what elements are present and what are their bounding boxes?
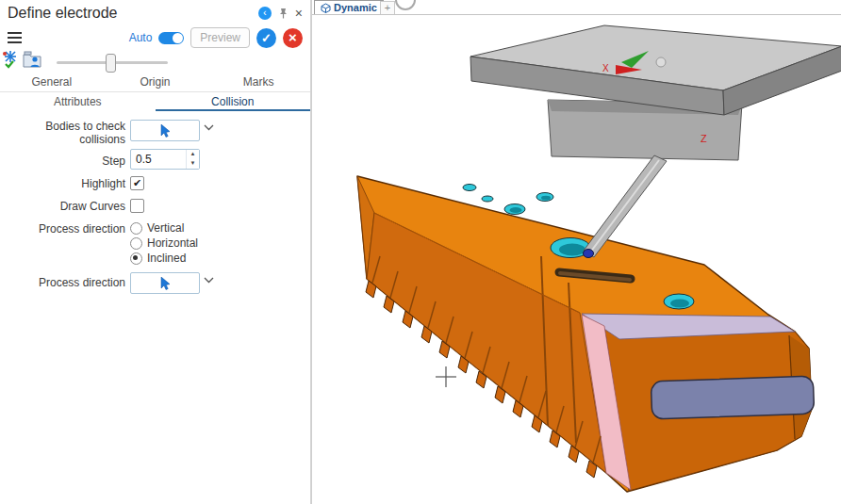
size-slider-thumb[interactable]: [106, 54, 116, 73]
radio-inclined-label: Inclined: [147, 252, 186, 265]
cancel-button[interactable]: ×: [283, 28, 303, 48]
tab-collision[interactable]: Collision: [156, 92, 311, 111]
panel-quickbar: [2, 47, 303, 73]
panel-title: Define electrode: [8, 5, 118, 22]
auto-toggle[interactable]: [158, 32, 184, 44]
tab-origin[interactable]: Origin: [104, 75, 207, 91]
preview-button[interactable]: Preview: [190, 27, 250, 48]
step-spinner: ▲ ▼: [186, 150, 199, 169]
bodies-pick-button[interactable]: [130, 120, 200, 141]
viewport-tabbar: Dynamic +: [312, 0, 841, 15]
tab-group-sub: Attributes Collision: [0, 92, 310, 111]
holder-plate[interactable]: [470, 25, 841, 115]
tab-dynamic-label: Dynamic: [334, 2, 377, 13]
radio-vertical-circle[interactable]: [130, 222, 142, 235]
viewport-3d[interactable]: X Z: [311, 0, 841, 504]
electrode-wizard-icon[interactable]: [2, 50, 21, 69]
ok-button[interactable]: ✓: [256, 28, 276, 48]
cube-icon: [321, 3, 331, 13]
define-electrode-panel: Define electrode ‹ × Auto Preview ✓ ×: [0, 0, 311, 504]
process-expand-chevron-icon[interactable]: [204, 277, 214, 284]
radio-vertical[interactable]: Vertical: [130, 221, 184, 235]
bodies-expand-chevron-icon[interactable]: [204, 124, 214, 131]
panel-toolbar: Auto Preview ✓ ×: [6, 26, 303, 49]
draw-curves-label: Draw Curves: [0, 200, 125, 213]
auto-label: Auto: [129, 31, 153, 44]
select-arrow-icon: [159, 277, 171, 290]
process-direction-pick-button[interactable]: [130, 272, 200, 294]
panel-header: Define electrode ‹ ×: [0, 0, 310, 24]
electrode-rod[interactable]: [584, 155, 668, 258]
crosshair-cursor: [436, 366, 456, 387]
clipped-circle-icon: [395, 0, 416, 10]
tab-dynamic[interactable]: Dynamic: [314, 0, 384, 14]
radio-horizontal[interactable]: Horizontal: [130, 236, 198, 250]
tab-marks[interactable]: Marks: [206, 75, 310, 91]
axis-z-label: Z: [701, 133, 707, 144]
highlight-checkbox[interactable]: ✔: [130, 176, 144, 190]
electrode-library-icon[interactable]: [23, 50, 41, 69]
axis-origin-ball: [656, 57, 666, 67]
process-direction-pick-label: Process direction: [0, 276, 125, 289]
radio-inclined-circle[interactable]: [130, 252, 142, 265]
close-panel-icon[interactable]: ×: [295, 7, 303, 20]
process-direction-label: Process direction: [0, 222, 125, 236]
rod-tip: [584, 250, 594, 258]
bodies-to-check-label: Bodies to check collisions: [0, 120, 125, 146]
highlight-label: Highlight: [0, 177, 125, 190]
new-viewport-tab-button[interactable]: +: [380, 1, 395, 14]
tab-general[interactable]: General: [0, 75, 104, 91]
end-slot: [651, 376, 814, 419]
tab-attributes[interactable]: Attributes: [0, 92, 156, 111]
radio-horizontal-label: Horizontal: [147, 236, 198, 250]
radio-vertical-label: Vertical: [147, 221, 184, 235]
step-label: Step: [0, 154, 125, 168]
axis-x-label: X: [602, 63, 609, 73]
radio-inclined[interactable]: Inclined: [130, 252, 186, 265]
step-spin-up-icon[interactable]: ▲: [187, 150, 199, 159]
step-spin-down-icon[interactable]: ▼: [187, 159, 199, 169]
tab-group-main: General Origin Marks: [0, 75, 310, 92]
collapse-panel-icon[interactable]: ‹: [258, 7, 272, 20]
application-window: Define electrode ‹ × Auto Preview ✓ ×: [0, 0, 841, 504]
scene-canvas[interactable]: X Z: [312, 0, 841, 504]
select-arrow-icon: [159, 124, 171, 138]
step-field-wrap: ▲ ▼: [130, 149, 200, 170]
pin-icon[interactable]: [278, 8, 289, 19]
radio-horizontal-circle[interactable]: [130, 237, 142, 250]
menu-icon[interactable]: [6, 30, 24, 45]
draw-curves-checkbox[interactable]: [130, 199, 144, 213]
workpiece-body[interactable]: [357, 176, 815, 492]
